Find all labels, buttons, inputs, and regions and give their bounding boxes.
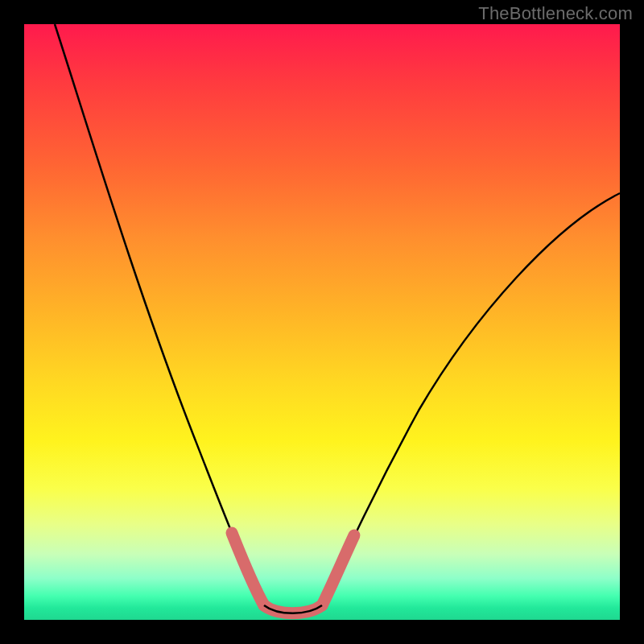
chart-plot-area	[24, 24, 620, 620]
chart-svg	[24, 24, 620, 620]
highlight-left	[232, 533, 264, 605]
highlight-right	[322, 535, 354, 605]
curve-left	[55, 24, 264, 605]
watermark-text: TheBottleneck.com	[478, 3, 633, 24]
curve-right	[322, 193, 620, 605]
